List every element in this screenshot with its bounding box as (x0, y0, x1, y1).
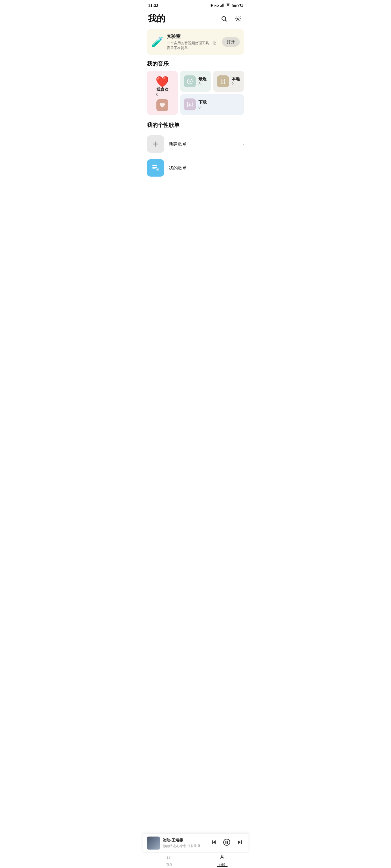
status-bar: 11:33 ✱ HD 71 (143, 0, 248, 10)
svg-rect-1 (221, 5, 222, 7)
favorites-info: 我喜欢 0 (157, 87, 169, 111)
chevron-right-icon: › (243, 141, 244, 147)
svg-rect-3 (223, 3, 224, 7)
recent-info: 最近 3 (198, 76, 206, 86)
recent-label: 最近 (198, 76, 206, 82)
download-card[interactable]: 下载 0 (180, 94, 244, 115)
recent-count: 3 (198, 82, 206, 86)
local-icon-box (217, 75, 229, 87)
local-card[interactable]: 本地 2 (213, 71, 244, 92)
favorites-label: 我喜欢 (157, 87, 169, 92)
page-title: 我的 (148, 13, 165, 25)
music-grid: ❤️ 我喜欢 0 最近 3 (147, 71, 244, 115)
recent-icon-box (184, 75, 196, 87)
svg-rect-8 (222, 80, 224, 80)
lab-banner: 🧪 实验室 一个实用的音视频处理工具，让音乐不在简单 打开 (147, 29, 244, 55)
lab-desc: 一个实用的音视频处理工具，让音乐不在简单 (167, 41, 219, 51)
download-label: 下载 (198, 100, 206, 105)
svg-rect-9 (222, 81, 224, 82)
heart-icon: ❤️ (156, 76, 169, 87)
svg-rect-17 (152, 167, 157, 167)
lab-title: 实验室 (167, 33, 219, 40)
download-icon-box (184, 98, 196, 111)
status-icons: ✱ HD 71 (210, 3, 243, 8)
my-playlist-label: 我的歌单 (169, 165, 244, 171)
my-playlists-title: 我的个性歌单 (143, 122, 248, 132)
battery-level: 71 (240, 4, 243, 8)
local-label: 本地 (232, 76, 240, 82)
svg-rect-18 (152, 168, 156, 169)
favorites-card[interactable]: ❤️ 我喜欢 0 (147, 71, 178, 115)
settings-button[interactable] (233, 14, 243, 24)
local-info: 本地 2 (232, 76, 240, 86)
network-hd-icon: HD (215, 4, 219, 7)
status-time: 11:33 (148, 3, 158, 8)
my-playlist-item[interactable]: 我的歌单 (147, 156, 244, 180)
favorites-sub-icon (157, 99, 168, 111)
favorites-count: 0 (157, 92, 169, 97)
recent-card[interactable]: 最近 3 (180, 71, 211, 92)
bluetooth-icon: ✱ (210, 3, 213, 8)
download-info: 下载 0 (198, 100, 206, 109)
signal-icon (220, 3, 225, 8)
lab-open-button[interactable]: 打开 (222, 37, 240, 46)
svg-rect-16 (152, 165, 157, 166)
search-button[interactable] (219, 14, 229, 24)
header-actions (219, 14, 243, 24)
my-music-title: 我的音乐 (143, 60, 248, 71)
header: 我的 (143, 10, 248, 29)
new-playlist-thumb (147, 135, 164, 153)
download-count: 0 (198, 105, 206, 109)
svg-rect-0 (220, 6, 221, 7)
svg-rect-10 (222, 82, 223, 83)
new-playlist-item[interactable]: 新建歌单 › (147, 132, 244, 156)
svg-point-5 (237, 18, 239, 20)
local-count: 2 (232, 82, 240, 86)
my-playlist-thumb (147, 159, 164, 177)
battery-icon (232, 4, 238, 7)
svg-rect-2 (222, 4, 223, 7)
lab-info: 实验室 一个实用的音视频处理工具，让音乐不在简单 (167, 33, 219, 51)
lab-icon: 🧪 (151, 36, 164, 48)
wifi-icon (226, 3, 230, 8)
new-playlist-label: 新建歌单 (169, 141, 238, 147)
playlist-section: 新建歌单 › 我的歌单 (143, 132, 248, 180)
